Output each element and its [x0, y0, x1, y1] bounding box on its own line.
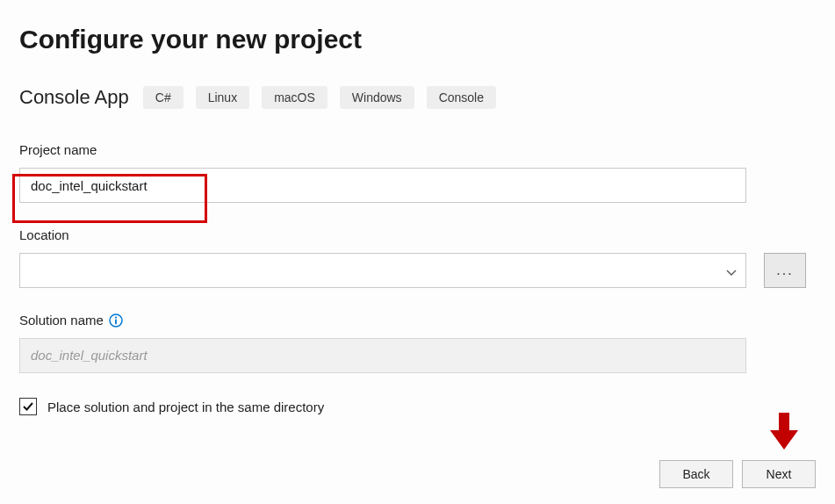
annotation-arrow-icon	[768, 413, 800, 455]
same-directory-label: Place solution and project in the same d…	[47, 400, 324, 414]
project-name-field: Project name	[19, 142, 816, 203]
tag-windows: Windows	[340, 86, 414, 109]
tag-macos: macOS	[262, 86, 328, 109]
svg-point-1	[115, 316, 117, 318]
location-combobox[interactable]	[19, 253, 746, 288]
same-directory-row: Place solution and project in the same d…	[19, 398, 816, 415]
template-name: Console App	[19, 86, 129, 109]
same-directory-checkbox[interactable]	[19, 398, 37, 415]
browse-location-button[interactable]: ...	[764, 253, 806, 288]
location-field: Location ...	[19, 227, 816, 288]
tag-console: Console	[427, 86, 496, 109]
page-title: Configure your new project	[19, 25, 816, 54]
tag-csharp: C#	[143, 86, 184, 109]
solution-name-field: Solution name doc_intel_quickstart	[19, 313, 816, 373]
project-name-label: Project name	[19, 142, 816, 157]
template-row: Console App C# Linux macOS Windows Conso…	[19, 86, 816, 109]
checkmark-icon	[22, 400, 34, 413]
svg-rect-2	[115, 319, 117, 324]
solution-name-input: doc_intel_quickstart	[19, 338, 746, 373]
solution-name-label: Solution name	[19, 313, 104, 328]
location-label: Location	[19, 227, 816, 242]
back-button[interactable]: Back	[659, 460, 733, 488]
chevron-down-icon	[726, 266, 737, 282]
tag-linux: Linux	[196, 86, 249, 109]
info-icon[interactable]	[109, 313, 123, 328]
project-name-input[interactable]	[19, 168, 746, 203]
solution-name-label-row: Solution name	[19, 313, 816, 328]
wizard-footer: Back Next	[659, 460, 816, 488]
next-button[interactable]: Next	[742, 460, 816, 488]
